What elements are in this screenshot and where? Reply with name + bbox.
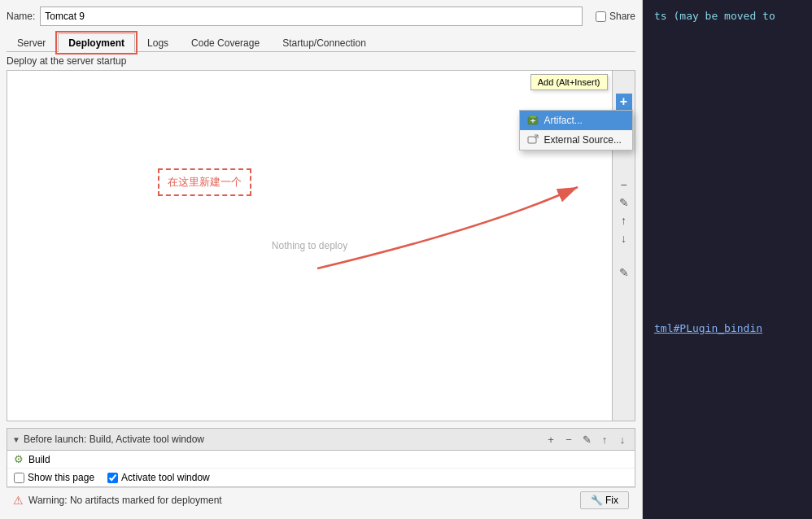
activate-tool-label: Activate tool window [121, 472, 210, 483]
warning-text: Warning: No artifacts marked for deploym… [28, 495, 575, 506]
show-page-option: Show this page [14, 472, 94, 483]
move-down-button[interactable]: ↓ [616, 230, 632, 246]
code-line-1: ts (may be moved to [654, 8, 801, 25]
artifact-icon [526, 114, 539, 127]
share-row: Share [596, 11, 635, 22]
build-item: ⚙ Build [7, 451, 635, 468]
nothing-to-deploy: Nothing to deploy [272, 240, 347, 251]
deploy-label: Deploy at the server startup [7, 55, 635, 67]
warning-icon: ⚠ [13, 494, 24, 507]
bl-add-button[interactable]: + [544, 432, 558, 447]
tab-code-coverage[interactable]: Code Coverage [181, 33, 270, 52]
bl-up-button[interactable]: ↑ [597, 432, 612, 447]
dropdown-menu: Artifact... Externa [519, 110, 633, 150]
fix-button[interactable]: 🔧 Fix [580, 491, 629, 509]
show-page-label: Show this page [28, 472, 94, 483]
code-line-2 [654, 25, 801, 42]
build-label: Build [28, 454, 50, 465]
before-launch-title: Before launch: Build, Activate tool wind… [24, 434, 204, 445]
config-panel: Name: Share Server Deployment Logs Code … [0, 0, 643, 519]
add-wrapper: Add (Alt+Insert) + [616, 74, 632, 110]
dropdown-item-external[interactable]: External Source... [520, 130, 632, 150]
deploy-area-wrapper: Nothing to deploy 在这里新建一个 Add (Alt+Inser… [7, 70, 635, 421]
code-line-3 [654, 42, 801, 59]
code-panel: ts (may be moved to tml#PLugin_bindin [643, 0, 812, 519]
dropdown-item-artifact[interactable]: Artifact... [520, 111, 632, 130]
external-icon [526, 133, 539, 146]
name-label: Name: [7, 11, 35, 22]
code-line-5 [654, 76, 801, 93]
deploy-toolbar: Add (Alt+Insert) + [613, 70, 635, 421]
activate-tool-checkbox[interactable] [107, 473, 118, 483]
before-launch-header: ▼ Before launch: Build, Activate tool wi… [7, 429, 635, 451]
add-tooltip: Add (Alt+Insert) [530, 74, 608, 90]
options-row: Show this page Activate tool window [7, 468, 635, 486]
code-line-4 [654, 59, 801, 76]
bl-remove-button[interactable]: − [561, 432, 576, 447]
tabs-row: Server Deployment Logs Code Coverage Sta… [7, 33, 635, 52]
bl-edit-button[interactable]: ✎ [579, 432, 594, 447]
share-label: Share [609, 11, 635, 22]
warning-bar: ⚠ Warning: No artifacts marked for deplo… [7, 487, 635, 512]
tab-server[interactable]: Server [7, 33, 56, 52]
share-checkbox[interactable] [596, 11, 606, 22]
external-source-label: External Source... [544, 134, 622, 146]
show-page-checkbox[interactable] [14, 473, 24, 483]
before-launch-triangle: ▼ [12, 435, 20, 444]
tab-startup[interactable]: Startup/Connection [272, 33, 377, 52]
build-icon: ⚙ [14, 453, 24, 465]
bl-down-button[interactable]: ↓ [615, 432, 630, 447]
deployment-section: Deploy at the server startup Nothing to … [7, 55, 635, 421]
deploy-annotation: 在这里新建一个 [158, 168, 251, 196]
more-button[interactable]: ✎ [616, 264, 632, 281]
edit-button[interactable]: ✎ [616, 194, 632, 211]
activate-tool-option: Activate tool window [107, 472, 210, 483]
main-container: Name: Share Server Deployment Logs Code … [0, 0, 812, 519]
move-up-button[interactable]: ↑ [616, 212, 632, 229]
name-row: Name: Share [7, 7, 635, 26]
svg-rect-1 [530, 116, 536, 118]
tab-logs[interactable]: Logs [137, 33, 179, 52]
remove-button[interactable]: − [616, 177, 632, 193]
name-input[interactable] [40, 7, 583, 26]
code-line-6: tml#PLugin_bindin [654, 321, 801, 338]
add-button[interactable]: + [616, 94, 632, 110]
artifact-label: Artifact... [544, 115, 583, 126]
before-launch-toolbar: + − ✎ ↑ ↓ [544, 432, 630, 447]
tab-deployment[interactable]: Deployment [58, 33, 135, 52]
before-launch-section: ▼ Before launch: Build, Activate tool wi… [7, 428, 635, 487]
